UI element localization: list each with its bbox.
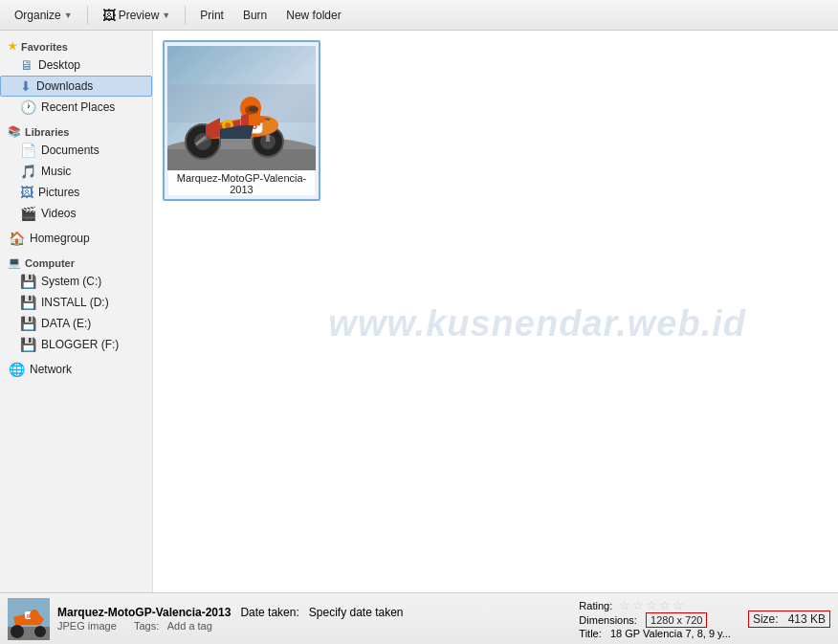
computer-icon: 💻: [8, 256, 21, 269]
star4[interactable]: ☆: [659, 598, 671, 612]
blogger-drive-icon: 💾: [20, 337, 36, 352]
title-row: Title: 18 GP Valencia 7, 8, 9 y...: [579, 628, 731, 639]
libraries-group: 📚 Libraries 📄 Documents 🎵 Music 🖼 Pictur…: [0, 122, 152, 224]
status-right: Rating: ☆ ☆ ☆ ☆ ☆ Dimensions: 1280 x 720…: [579, 598, 731, 639]
svg-point-31: [34, 626, 46, 637]
organize-label: Organize: [14, 9, 61, 22]
sidebar-item-install[interactable]: 💾 INSTALL (D:): [0, 292, 152, 313]
tags-value: Add a tag: [167, 620, 212, 632]
downloads-label: Downloads: [36, 79, 93, 93]
computer-label: Computer: [25, 257, 75, 269]
videos-label: Videos: [41, 207, 76, 220]
sidebar-item-homegroup[interactable]: 🏠 Homegroup: [0, 228, 152, 249]
svg-point-14: [225, 122, 231, 128]
status-thumbnail: 93: [8, 598, 50, 640]
homegroup-icon: 🏠: [9, 231, 25, 246]
blogger-label: BLOGGER (F:): [41, 338, 119, 351]
main-area: ★ Favorites 🖥 Desktop ⬇ Downloads 🕐 Rece…: [0, 31, 838, 592]
dimensions-label: Dimensions:: [579, 614, 637, 626]
sidebar-item-blogger[interactable]: 💾 BLOGGER (F:): [0, 334, 152, 355]
organize-button[interactable]: Organize ▼: [6, 5, 81, 26]
data-label: DATA (E:): [41, 317, 91, 330]
favorites-group: ★ Favorites 🖥 Desktop ⬇ Downloads 🕐 Rece…: [0, 36, 152, 118]
size-value: Size: 413 KB: [748, 611, 830, 628]
sidebar-item-pictures[interactable]: 🖼 Pictures: [0, 182, 152, 203]
videos-icon: 🎬: [20, 206, 36, 221]
sidebar-item-videos[interactable]: 🎬 Videos: [0, 203, 152, 224]
svg-point-30: [11, 625, 24, 638]
print-label: Print: [200, 9, 224, 22]
sidebar-item-music[interactable]: 🎵 Music: [0, 161, 152, 182]
install-drive-icon: 💾: [20, 295, 36, 310]
print-button[interactable]: Print: [191, 5, 232, 26]
library-icon: 📚: [8, 125, 21, 138]
libraries-group-label: 📚 Libraries: [0, 122, 152, 140]
rating-row: Rating: ☆ ☆ ☆ ☆ ☆: [579, 598, 731, 612]
status-file-type: JPEG image Tags: Add a tag: [57, 620, 571, 632]
star-icon: ★: [8, 40, 17, 53]
sidebar-item-data[interactable]: 💾 DATA (E:): [0, 313, 152, 334]
sep1: [87, 6, 88, 25]
status-info: Marquez-MotoGP-Valencia-2013 Date taken:…: [57, 606, 571, 632]
pictures-label: Pictures: [38, 186, 79, 199]
dimensions-row: Dimensions: 1280 x 720: [579, 614, 731, 626]
downloads-icon: ⬇: [20, 78, 32, 94]
svg-point-35: [30, 610, 39, 621]
svg-point-22: [249, 106, 258, 112]
sidebar-item-network[interactable]: 🌐 Network: [0, 359, 152, 380]
data-drive-icon: 💾: [20, 316, 36, 331]
sidebar-item-documents[interactable]: 📄 Documents: [0, 140, 152, 161]
date-taken-value: Specify date taken: [309, 606, 404, 619]
toolbar: Organize ▼ 🖼 Preview ▼ Print Burn New fo…: [0, 0, 838, 31]
network-label: Network: [30, 363, 72, 376]
file-label: Marquez-MotoGP-Valencia-2013: [168, 170, 315, 195]
preview-button[interactable]: 🖼 Preview ▼: [94, 4, 180, 27]
recent-icon: 🕐: [20, 100, 36, 115]
desktop-icon: 🖥: [20, 57, 33, 73]
music-label: Music: [41, 165, 71, 178]
organize-arrow-icon: ▼: [64, 11, 73, 20]
preview-arrow-icon: ▼: [162, 11, 170, 20]
date-taken-label: Date taken:: [240, 606, 298, 619]
watermark: www.kusnendar.web.id: [328, 303, 746, 344]
pictures-icon: 🖼: [20, 185, 33, 200]
network-icon: 🌐: [9, 362, 25, 377]
music-icon: 🎵: [20, 164, 36, 179]
star2[interactable]: ☆: [632, 598, 644, 612]
sidebar-item-system[interactable]: 💾 System (C:): [0, 271, 152, 292]
status-file-name: Marquez-MotoGP-Valencia-2013 Date taken:…: [57, 606, 571, 619]
documents-label: Documents: [41, 144, 99, 157]
star1[interactable]: ☆: [619, 598, 630, 612]
sidebar-item-downloads[interactable]: ⬇ Downloads: [0, 76, 152, 97]
tags-label: Tags:: [134, 620, 159, 632]
thumbnail-image: 93: [167, 46, 316, 170]
size-container: Size: 413 KB: [748, 611, 830, 628]
file-area: www.kusnendar.web.id: [153, 31, 838, 592]
computer-group-label: 💻 Computer: [0, 253, 152, 271]
recent-label: Recent Places: [41, 100, 115, 114]
homegroup-group: 🏠 Homegroup: [0, 228, 152, 249]
system-label: System (C:): [41, 275, 101, 288]
sidebar: ★ Favorites 🖥 Desktop ⬇ Downloads 🕐 Rece…: [0, 31, 153, 592]
sidebar-item-recent[interactable]: 🕐 Recent Places: [0, 97, 152, 118]
libraries-label: Libraries: [25, 126, 69, 138]
rating-label: Rating:: [579, 600, 612, 611]
new-folder-label: New folder: [286, 9, 341, 22]
favorites-label: Favorites: [21, 41, 68, 53]
preview-icon: 🖼: [102, 8, 116, 23]
burn-label: Burn: [243, 9, 267, 22]
burn-button[interactable]: Burn: [234, 5, 276, 26]
computer-group: 💻 Computer 💾 System (C:) 💾 INSTALL (D:) …: [0, 253, 152, 355]
star5[interactable]: ☆: [673, 598, 684, 612]
install-label: INSTALL (D:): [41, 296, 109, 309]
file-thumbnail[interactable]: 93: [163, 40, 320, 201]
statusbar: 93 Marquez-MotoGP-Valencia-2013 Date tak…: [0, 592, 838, 644]
sidebar-item-desktop[interactable]: 🖥 Desktop: [0, 55, 152, 76]
star3[interactable]: ☆: [646, 598, 657, 612]
content-area: www.kusnendar.web.id: [153, 31, 838, 592]
title-value: 18 GP Valencia 7, 8, 9 y...: [610, 628, 731, 639]
new-folder-button[interactable]: New folder: [277, 5, 349, 26]
svg-point-25: [251, 116, 266, 123]
desktop-label: Desktop: [38, 58, 80, 72]
homegroup-label: Homegroup: [30, 232, 90, 245]
